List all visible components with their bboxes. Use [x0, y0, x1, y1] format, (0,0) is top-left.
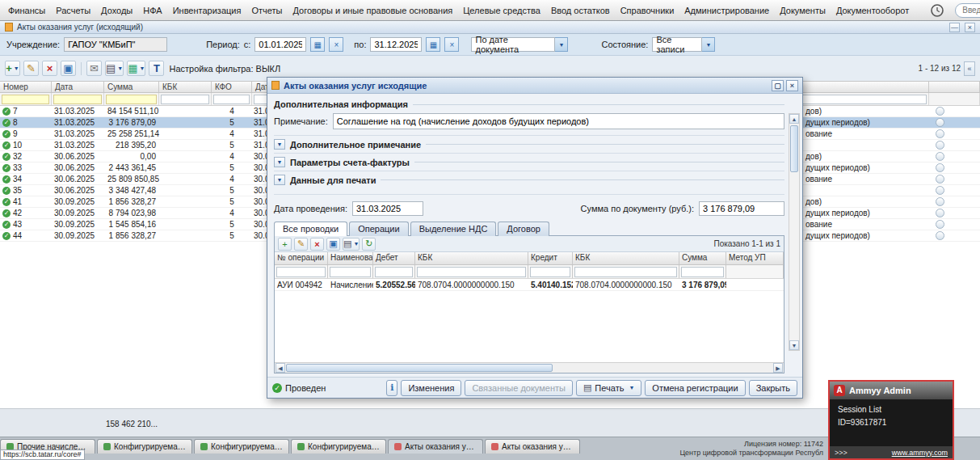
- info-icon-button[interactable]: ℹ: [386, 380, 397, 396]
- row-action-icon[interactable]: [936, 107, 944, 116]
- taskbar-tab[interactable]: Конфигурируемая оборотная ...: [97, 439, 192, 454]
- column-header-operation[interactable]: № операции: [275, 252, 328, 264]
- ammyy-site-link[interactable]: www.ammyy.com: [892, 449, 948, 457]
- taskbar-tab[interactable]: Конфигурируемая оборотная ...: [194, 439, 289, 454]
- column-header-kbk1[interactable]: КБК: [415, 252, 528, 264]
- calendar-icon[interactable]: ▦: [310, 37, 325, 52]
- add-posting-button[interactable]: +: [278, 238, 292, 251]
- posting-date-input[interactable]: [352, 201, 423, 216]
- posting-row[interactable]: АУИ 004942 Начисление до... 5.20552.561 …: [275, 279, 784, 291]
- copy-posting-button[interactable]: ▣: [326, 238, 340, 251]
- menu-directories[interactable]: Справочники: [620, 6, 675, 15]
- filter-settings-button[interactable]: T: [149, 61, 164, 76]
- column-header-sum[interactable]: Сумма: [679, 252, 726, 264]
- mail-button[interactable]: ✉: [86, 61, 102, 76]
- section-extra-note[interactable]: ▼ Дополнительное примечание: [274, 135, 784, 153]
- edit-posting-button[interactable]: ✎: [294, 238, 308, 251]
- collapse-section-icon[interactable]: ▼: [274, 157, 285, 167]
- sum-filter-input[interactable]: [681, 267, 724, 277]
- row-action-icon[interactable]: [936, 231, 944, 240]
- scrollbar-thumb[interactable]: [790, 125, 798, 172]
- taskbar-tab[interactable]: Акты оказания услуг ис...: [485, 439, 580, 454]
- menu-contracts[interactable]: Договоры и иные правовые основания: [292, 6, 452, 15]
- column-header-debit[interactable]: Дебет: [373, 252, 415, 264]
- row-action-icon[interactable]: [936, 118, 944, 127]
- row-action-icon[interactable]: [936, 141, 944, 150]
- clear-date-icon[interactable]: ×: [444, 37, 459, 52]
- collapse-section-icon[interactable]: ▼: [274, 175, 285, 185]
- row-action-icon[interactable]: [936, 197, 944, 206]
- delete-posting-button[interactable]: ×: [310, 238, 324, 251]
- menu-settlements[interactable]: Расчеты: [56, 6, 90, 15]
- ammyy-expand-arrows[interactable]: >>>: [835, 449, 848, 457]
- row-action-icon[interactable]: [936, 175, 944, 184]
- dialog-title-bar[interactable]: Акты оказания услуг исходящие ▢ ×: [267, 78, 802, 94]
- add-record-button[interactable]: +▼: [5, 61, 20, 76]
- name-filter-input[interactable]: [330, 267, 371, 277]
- column-header-number[interactable]: Номер: [0, 82, 52, 92]
- column-header-kbk[interactable]: КБК: [159, 82, 212, 92]
- tab-all-postings[interactable]: Все проводки: [274, 222, 347, 236]
- dialog-vertical-scrollbar[interactable]: ▲ ▼: [789, 113, 800, 351]
- collapse-panel-icon[interactable]: «: [964, 61, 975, 76]
- row-action-icon[interactable]: [936, 220, 944, 229]
- postings-horizontal-scrollbar[interactable]: ◀ ▶: [275, 362, 784, 373]
- print-postings-button[interactable]: ▤▼: [343, 238, 360, 251]
- number-filter-input[interactable]: [2, 95, 49, 104]
- close-icon[interactable]: ×: [786, 80, 798, 91]
- sum-filter-input[interactable]: [106, 95, 157, 104]
- filter-settings-label[interactable]: Настройка фильтра: ВЫКЛ: [169, 64, 280, 74]
- column-header-kbk2[interactable]: КБК: [573, 252, 679, 264]
- institution-field[interactable]: [64, 37, 167, 52]
- column-header-date[interactable]: Дата: [52, 82, 104, 92]
- column-header-kfo[interactable]: КФО: [212, 82, 252, 92]
- global-search-input[interactable]: [955, 3, 980, 18]
- kbk1-filter-input[interactable]: [417, 267, 526, 277]
- copy-record-button[interactable]: ▣: [61, 61, 76, 76]
- column-header-sum[interactable]: Сумма: [104, 82, 159, 92]
- document-sum-input[interactable]: [699, 201, 784, 216]
- row-action-icon[interactable]: [936, 186, 944, 195]
- close-button[interactable]: Закрыть: [749, 380, 797, 396]
- minimize-icon[interactable]: —: [949, 23, 960, 32]
- menu-balances-entry[interactable]: Ввод остатков: [551, 6, 610, 15]
- menu-documents[interactable]: Документы: [780, 6, 826, 15]
- taskbar-tab[interactable]: Акты оказания услуг (и...: [388, 439, 483, 454]
- clear-date-icon[interactable]: ×: [329, 37, 343, 52]
- menu-nfa[interactable]: НФА: [143, 6, 162, 15]
- menu-reports[interactable]: Отчеты: [251, 6, 282, 15]
- tab-contract[interactable]: Договор: [498, 222, 549, 236]
- clock-icon[interactable]: [930, 3, 944, 18]
- scrollbar-thumb[interactable]: [286, 364, 553, 372]
- columns-button[interactable]: ▦▼: [127, 61, 145, 76]
- close-icon[interactable]: ×: [965, 23, 975, 32]
- print-button[interactable]: ▤ Печать ▼: [576, 380, 641, 396]
- changes-button[interactable]: Изменения: [401, 380, 461, 396]
- scroll-up-icon[interactable]: ▲: [789, 114, 799, 124]
- menu-docflow[interactable]: Документооборот: [836, 6, 909, 15]
- edit-record-button[interactable]: ✎: [23, 61, 39, 76]
- kfo-filter-input[interactable]: [213, 95, 250, 104]
- section-print-data[interactable]: ▼ Данные для печати: [274, 171, 784, 188]
- kbk2-filter-input[interactable]: [574, 267, 677, 277]
- refresh-button[interactable]: ↻: [362, 238, 376, 251]
- menu-inventory[interactable]: Инвентаризация: [173, 6, 242, 15]
- collapse-section-icon[interactable]: ▼: [274, 139, 285, 150]
- menu-finances[interactable]: Финансы: [8, 6, 45, 15]
- cancel-registration-button[interactable]: Отмена регистрации: [645, 380, 745, 396]
- taskbar-tab[interactable]: Конфигурируемая оборотная ...: [291, 439, 386, 454]
- chevron-down-icon[interactable]: ▼: [702, 37, 715, 52]
- scroll-right-icon[interactable]: ▶: [773, 363, 783, 373]
- note-input[interactable]: [333, 113, 784, 129]
- column-header-method[interactable]: Метод УП: [726, 252, 784, 264]
- linked-documents-button[interactable]: Связанные документы: [465, 380, 573, 396]
- scroll-down-icon[interactable]: ▼: [789, 340, 799, 350]
- maximize-icon[interactable]: ▢: [772, 80, 784, 91]
- operation-filter-input[interactable]: [276, 267, 326, 277]
- date-type-combo[interactable]: По дате документа ▼: [471, 37, 568, 52]
- debit-filter-input[interactable]: [375, 267, 413, 277]
- tab-vat[interactable]: Выделение НДС: [410, 222, 497, 236]
- calendar-icon[interactable]: ▦: [426, 37, 440, 52]
- column-header-credit[interactable]: Кредит: [528, 252, 573, 264]
- tab-operations[interactable]: Операции: [349, 222, 408, 236]
